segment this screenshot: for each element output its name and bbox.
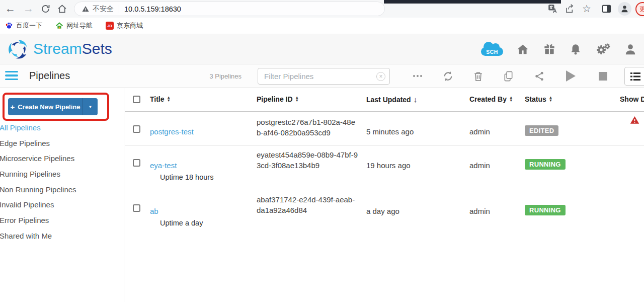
stop-pipeline-button[interactable]: [593, 64, 613, 88]
sort-icon: ▲▼: [167, 96, 171, 102]
tabstrip-remnant: [384, 0, 561, 4]
pipeline-title-link[interactable]: ab: [150, 207, 158, 215]
pipeline-uptime: Uptime 18 hours: [160, 173, 213, 181]
pipelines-toolbar: Pipelines 3 Pipelines ×: [0, 64, 644, 88]
pipeline-id-line: 3cd-3f08ae13b4b9: [257, 161, 319, 170]
sort-desc-icon: ↓: [414, 95, 418, 104]
table-row[interactable]: postgres-test postgrestc276a7b1-802a-48e…: [125, 112, 644, 146]
settings-gears-icon[interactable]: [596, 43, 611, 56]
sch-cloud-icon[interactable]: SCH: [481, 42, 503, 57]
more-actions-button[interactable]: [408, 64, 428, 88]
column-label: Status: [525, 95, 546, 103]
caret-down-icon: ▼: [89, 105, 93, 109]
start-pipeline-button[interactable]: [560, 64, 581, 88]
row-checkbox[interactable]: [133, 159, 140, 167]
translate-icon[interactable]: [547, 4, 558, 14]
pipeline-id-line: abaf371742-e24d-439f-aeab-: [257, 195, 355, 204]
hamburger-menu-icon[interactable]: [5, 71, 18, 81]
sidebar-item-edge-pipelines[interactable]: Edge Pipelines: [0, 136, 124, 152]
created-by: admin: [469, 127, 490, 136]
sidebar-item-microservice-pipelines[interactable]: Microservice Pipelines: [0, 151, 124, 167]
bookmark-baidu[interactable]: 百度一下: [5, 21, 42, 30]
sidebar-item-shared-with-me[interactable]: Shared with Me: [0, 229, 124, 244]
share-icon[interactable]: [565, 4, 575, 14]
home-icon[interactable]: [516, 43, 529, 56]
delete-button[interactable]: [468, 64, 488, 88]
bookmark-star-icon[interactable]: ☆: [582, 2, 591, 15]
column-header-pipeline-id[interactable]: Pipeline ID ▲▼: [257, 95, 299, 103]
select-all-checkbox[interactable]: [133, 96, 140, 103]
refresh-button[interactable]: [438, 64, 458, 88]
column-header-created-by[interactable]: Created By ▲▼: [469, 95, 513, 103]
create-button-label: Create New Pipeline: [18, 103, 80, 111]
sidebar-item-invalid-pipelines[interactable]: Invalid Pipelines: [0, 197, 124, 213]
create-new-pipeline-button[interactable]: + Create New Pipeline ▼: [8, 98, 98, 115]
address-bar[interactable]: 不安全 10.0.5.159:18630: [74, 2, 385, 16]
browser-profile-avatar[interactable]: [618, 2, 631, 16]
last-updated: a day ago: [366, 207, 399, 215]
last-updated: 5 minutes ago: [366, 127, 414, 136]
sidebar-item-running-pipelines[interactable]: Running Pipelines: [0, 167, 124, 182]
create-dropdown-caret[interactable]: ▼: [83, 98, 98, 115]
reload-icon[interactable]: [40, 4, 51, 14]
sort-icon: ▲▼: [509, 96, 513, 102]
sidebar-item-all-pipelines[interactable]: All Pipelines: [0, 120, 124, 136]
column-header-title[interactable]: Title ▲▼: [150, 95, 171, 103]
status-cell: RUNNING: [525, 159, 566, 170]
address-divider: [119, 5, 119, 13]
bookmark-2345-nav[interactable]: 网址导航: [55, 21, 93, 30]
sch-label: SCH: [481, 49, 503, 55]
brand-wordmark: StreamSets: [33, 34, 112, 64]
pipelines-table: Title ▲▼ Pipeline ID ▲▼ Last Updated ↓ C…: [125, 88, 644, 302]
notifications-bell-icon[interactable]: [569, 43, 582, 56]
bookmark-jd[interactable]: JD 京东商城: [106, 21, 143, 30]
browser-update-button[interactable]: 更: [635, 2, 644, 16]
status-badge: RUNNING: [525, 205, 566, 215]
row-checkbox[interactable]: [133, 125, 140, 133]
bookmark-label: 京东商城: [117, 21, 143, 30]
clear-filter-icon[interactable]: ×: [376, 72, 385, 81]
pipeline-id-line: da1a92a46d84: [257, 206, 307, 214]
column-header-last-updated[interactable]: Last Updated ↓: [366, 95, 417, 104]
sort-icon: ▲▼: [295, 96, 299, 102]
list-view-toggle-button[interactable]: [624, 67, 644, 86]
security-label[interactable]: 不安全: [93, 5, 114, 14]
created-by: admin: [469, 207, 490, 215]
url-text[interactable]: 10.0.5.159:18630: [124, 5, 181, 13]
brand-sets: Sets: [82, 40, 112, 57]
pipeline-title-link[interactable]: postgres-test: [150, 127, 194, 136]
duplicate-button[interactable]: [498, 64, 518, 88]
gift-icon[interactable]: [543, 43, 556, 56]
sidebar-item-non-running-pipelines[interactable]: Non Running Pipelines: [0, 182, 124, 198]
table-row[interactable]: eya-test Uptime 18 hours eyatest454a859e…: [125, 146, 644, 188]
main-content: + Create New Pipeline ▼ All Pipelines Ed…: [0, 88, 644, 302]
pipeline-count: 3 Pipelines: [197, 72, 242, 80]
status-badge: EDITED: [525, 125, 558, 136]
table-header-row: Title ▲▼ Pipeline ID ▲▼ Last Updated ↓ C…: [125, 88, 644, 112]
list-view-icon: [630, 72, 640, 81]
column-label: Show Details: [620, 95, 644, 103]
column-label: Last Updated: [366, 96, 411, 104]
pipeline-id-line: postgrestc276a7b1-802a-48e: [257, 118, 355, 126]
sidebar-item-error-pipelines[interactable]: Error Pipelines: [0, 213, 124, 229]
created-by: admin: [469, 161, 490, 170]
user-account-icon[interactable]: [624, 43, 637, 56]
column-header-status[interactable]: Status ▲▼: [525, 95, 552, 103]
filter-pipelines-input[interactable]: [258, 68, 390, 85]
status-cell: EDITED: [525, 125, 558, 136]
pipeline-id: abaf371742-e24d-439f-aeab- da1a92a46d84: [257, 194, 362, 215]
sidebar: + Create New Pipeline ▼ All Pipelines Ed…: [0, 88, 124, 302]
plus-icon: +: [10, 103, 15, 111]
table-row[interactable]: ab Uptime a day abaf371742-e24d-439f-aea…: [125, 188, 644, 233]
column-header-show-details[interactable]: Show Details: [620, 95, 644, 103]
not-secure-warning-icon[interactable]: [82, 5, 90, 13]
share-pipelines-button[interactable]: [529, 64, 549, 88]
streamsets-logo-icon[interactable]: [6, 37, 30, 61]
home-browser-icon[interactable]: [57, 4, 67, 14]
row-checkbox[interactable]: [133, 204, 140, 212]
side-panel-icon[interactable]: [601, 3, 612, 15]
warning-icon[interactable]: [630, 115, 639, 124]
status-badge: RUNNING: [525, 159, 566, 170]
back-icon[interactable]: ←: [5, 2, 16, 15]
pipeline-title-link[interactable]: eya-test: [150, 161, 177, 170]
